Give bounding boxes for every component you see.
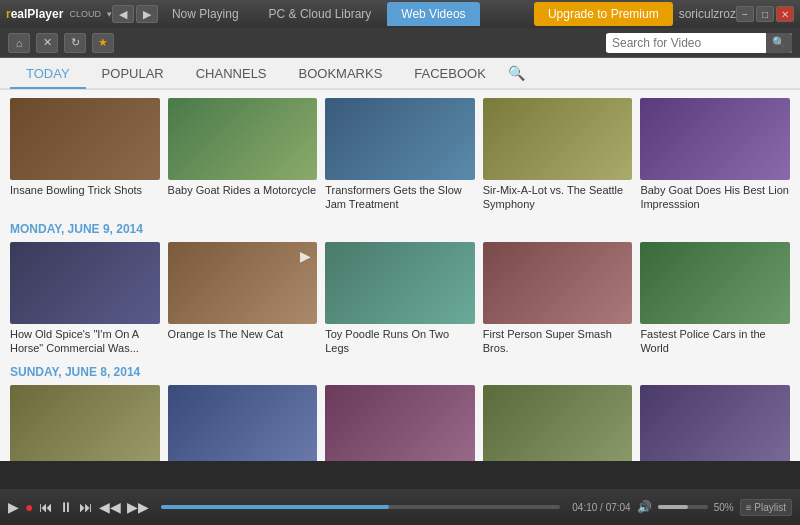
video-title-2: Baby Goat Rides a Motorcycle xyxy=(168,183,318,197)
video-title-7: Orange Is The New Cat xyxy=(168,327,318,341)
video-thumb-4 xyxy=(483,98,633,180)
video-card-2[interactable]: Baby Goat Rides a Motorcycle xyxy=(168,98,318,212)
video-card-5[interactable]: Baby Goat Does His Best Lion Impresssion xyxy=(640,98,790,212)
tab-bookmarks[interactable]: BOOKMARKS xyxy=(283,60,399,87)
video-thumb-13 xyxy=(325,385,475,461)
video-title-8: Toy Poodle Runs On Two Legs xyxy=(325,327,475,356)
tab-buttons: Now Playing PC & Cloud Library Web Video… xyxy=(158,2,673,26)
tab-popular[interactable]: POPULAR xyxy=(86,60,180,87)
video-card-4[interactable]: Sir-Mix-A-Lot vs. The Seattle Symphony xyxy=(483,98,633,212)
next-button[interactable]: ⏭ xyxy=(79,499,93,515)
video-title-6: How Old Spice's "I'm On A Horse" Commerc… xyxy=(10,327,160,356)
stop-button[interactable]: ● xyxy=(25,499,33,515)
nav-search-icon[interactable]: 🔍 xyxy=(508,65,525,81)
video-thumb-15 xyxy=(640,385,790,461)
star-button[interactable]: ★ xyxy=(92,33,114,53)
sunday-grid: Dad Gets '57 Chevy on His 57th Birthday … xyxy=(10,385,790,461)
search-go-button[interactable]: 🔍 xyxy=(766,33,792,53)
tab-upgrade[interactable]: Upgrade to Premium xyxy=(534,2,673,26)
tab-facebook[interactable]: FACEBOOK xyxy=(398,60,502,87)
fastfwd-button[interactable]: ▶▶ xyxy=(127,499,149,515)
video-title-3: Transformers Gets the Slow Jam Treatment xyxy=(325,183,475,212)
back-button[interactable]: ◀ xyxy=(112,5,134,23)
prev-button[interactable]: ⏮ xyxy=(39,499,53,515)
titlebar: realPlayer CLOUD ▾ ◀ ▶ Now Playing PC & … xyxy=(0,0,800,28)
monday-label: MONDAY, JUNE 9, 2014 xyxy=(10,222,790,236)
play-overlay-7: ▶ xyxy=(300,248,311,264)
tab-now-playing[interactable]: Now Playing xyxy=(158,2,253,26)
search-input[interactable] xyxy=(606,34,766,52)
time-display: 04:10 / 07:04 xyxy=(572,502,630,513)
tab-today[interactable]: TODAY xyxy=(10,60,86,89)
video-thumb-10 xyxy=(640,242,790,324)
video-thumb-3 xyxy=(325,98,475,180)
video-thumb-7: ▶ xyxy=(168,242,318,324)
video-card-15[interactable]: Epic GoPro Guitar Solo xyxy=(640,385,790,461)
window-buttons: − □ ✕ xyxy=(736,6,794,22)
video-card-11[interactable]: Dad Gets '57 Chevy on His 57th Birthday xyxy=(10,385,160,461)
monday-grid: How Old Spice's "I'm On A Horse" Commerc… xyxy=(10,242,790,356)
video-card-8[interactable]: Toy Poodle Runs On Two Legs xyxy=(325,242,475,356)
volume-icon[interactable]: 🔊 xyxy=(637,500,652,514)
video-thumb-6 xyxy=(10,242,160,324)
video-card-1[interactable]: Insane Bowling Trick Shots xyxy=(10,98,160,212)
tab-pc-library[interactable]: PC & Cloud Library xyxy=(255,2,386,26)
progress-bar[interactable] xyxy=(161,505,560,509)
home-button[interactable]: ⌂ xyxy=(8,33,30,53)
video-title-4: Sir-Mix-A-Lot vs. The Seattle Symphony xyxy=(483,183,633,212)
main-content: Insane Bowling Trick Shots Baby Goat Rid… xyxy=(0,90,800,461)
video-card-13[interactable]: Dear Kitten xyxy=(325,385,475,461)
video-title-5: Baby Goat Does His Best Lion Impresssion xyxy=(640,183,790,212)
playlist-button[interactable]: ≡ Playlist xyxy=(740,499,792,516)
video-title-9: First Person Super Smash Bros. xyxy=(483,327,633,356)
rewind-button[interactable]: ◀◀ xyxy=(99,499,121,515)
progress-fill xyxy=(161,505,388,509)
video-thumb-1 xyxy=(10,98,160,180)
search-box: 🔍 xyxy=(606,33,792,53)
video-card-14[interactable]: What's Really in Hot Dogs? xyxy=(483,385,633,461)
play-button[interactable]: ▶ xyxy=(8,499,19,515)
nav-buttons: ◀ ▶ xyxy=(112,5,158,23)
username-label: soriculzroz xyxy=(679,7,736,21)
sunday-label: SUNDAY, JUNE 8, 2014 xyxy=(10,365,790,379)
video-card-10[interactable]: Fastest Police Cars in the World xyxy=(640,242,790,356)
volume-pct: 50% xyxy=(714,502,734,513)
video-card-12[interactable]: Nintendo Keytar Plays "Game of Thrones" xyxy=(168,385,318,461)
video-thumb-2 xyxy=(168,98,318,180)
video-thumb-14 xyxy=(483,385,633,461)
video-card-9[interactable]: First Person Super Smash Bros. xyxy=(483,242,633,356)
logo-area: realPlayer CLOUD ▾ xyxy=(6,7,112,21)
volume-fill xyxy=(658,505,688,509)
video-thumb-8 xyxy=(325,242,475,324)
video-thumb-5 xyxy=(640,98,790,180)
cloud-label: CLOUD xyxy=(69,9,101,19)
video-thumb-12 xyxy=(168,385,318,461)
app-logo: realPlayer xyxy=(6,7,63,21)
nav-tabs: TODAY POPULAR CHANNELS BOOKMARKS FACEBOO… xyxy=(0,58,800,90)
volume-bar[interactable] xyxy=(658,505,708,509)
maximize-button[interactable]: □ xyxy=(756,6,774,22)
tab-web-videos[interactable]: Web Videos xyxy=(387,2,479,26)
video-title-1: Insane Bowling Trick Shots xyxy=(10,183,160,197)
forward-button[interactable]: ▶ xyxy=(136,5,158,23)
video-title-10: Fastest Police Cars in the World xyxy=(640,327,790,356)
today-grid: Insane Bowling Trick Shots Baby Goat Rid… xyxy=(10,98,790,212)
video-thumb-9 xyxy=(483,242,633,324)
player-bar: ▶ ● ⏮ ⏸ ⏭ ◀◀ ▶▶ 04:10 / 07:04 🔊 50% ≡ Pl… xyxy=(0,489,800,525)
tab-channels[interactable]: CHANNELS xyxy=(180,60,283,87)
searchbar: ⌂ ✕ ↻ ★ 🔍 xyxy=(0,28,800,58)
pause-button[interactable]: ⏸ xyxy=(59,499,73,515)
minimize-button[interactable]: − xyxy=(736,6,754,22)
close-tab-button[interactable]: ✕ xyxy=(36,33,58,53)
video-card-3[interactable]: Transformers Gets the Slow Jam Treatment xyxy=(325,98,475,212)
logo-text: ealPlayer xyxy=(11,7,64,21)
close-button[interactable]: ✕ xyxy=(776,6,794,22)
video-card-7[interactable]: ▶ Orange Is The New Cat xyxy=(168,242,318,356)
video-card-6[interactable]: How Old Spice's "I'm On A Horse" Commerc… xyxy=(10,242,160,356)
video-thumb-11 xyxy=(10,385,160,461)
refresh-button[interactable]: ↻ xyxy=(64,33,86,53)
